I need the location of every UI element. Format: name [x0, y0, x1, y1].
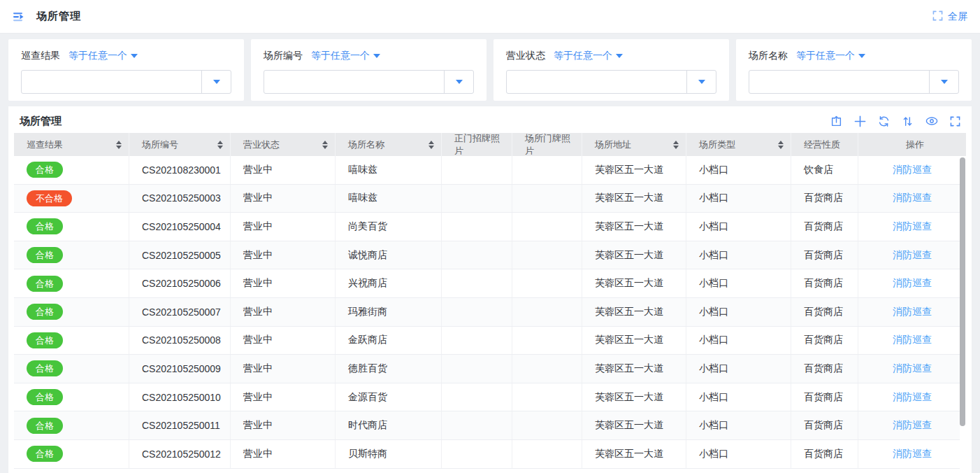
table-cell-nature: 百货商店 — [791, 241, 858, 269]
table-cell-result: 不合格 — [14, 185, 129, 213]
eye-icon[interactable] — [925, 115, 938, 127]
table-cell-result: 合格 — [14, 156, 129, 184]
table-cell-result: 合格 — [14, 440, 129, 468]
fire-inspection-link[interactable]: 消防巡查 — [893, 419, 932, 432]
menu-collapse-icon[interactable] — [13, 10, 27, 23]
table-cell-name: 诚悦商店 — [336, 241, 442, 269]
table-cell-nature: 百货商店 — [791, 298, 858, 326]
column-header-label: 营业状态 — [243, 139, 319, 151]
table-cell-result: 合格 — [14, 383, 129, 411]
page-fullscreen-button[interactable]: 全屏 — [932, 10, 967, 23]
table-cell-front_sign_photo — [442, 298, 512, 326]
filter-value-input[interactable] — [264, 71, 444, 93]
filter-condition-dropdown[interactable]: 等于任意一个 — [554, 50, 623, 62]
table-row: 合格CS202105250005营业中诚悦商店芙蓉区五一大道小档口百货商店消防巡… — [14, 241, 966, 270]
sort-caret-icon[interactable] — [428, 141, 434, 149]
filter-condition-dropdown[interactable]: 等于任意一个 — [69, 50, 138, 62]
table-cell-address: 芙蓉区五一大道 — [582, 269, 686, 297]
sort-caret-icon[interactable] — [116, 141, 122, 149]
sort-icon[interactable] — [902, 115, 914, 127]
filter-select[interactable] — [506, 70, 716, 94]
filter-select[interactable] — [21, 70, 231, 94]
filter-condition-dropdown[interactable]: 等于任意一个 — [311, 50, 380, 62]
filter-value-input[interactable] — [749, 71, 929, 93]
filter-card: 巡查结果 等于任意一个 — [8, 39, 244, 101]
fire-inspection-link[interactable]: 消防巡查 — [893, 362, 932, 375]
table-cell-type: 小档口 — [686, 298, 791, 326]
table-cell-address: 芙蓉区五一大道 — [582, 440, 686, 468]
fire-inspection-link[interactable]: 消防巡查 — [893, 391, 932, 404]
inspection-result-badge: 合格 — [27, 332, 63, 348]
column-header[interactable]: 场所编号 — [129, 133, 231, 156]
chevron-down-icon — [616, 54, 623, 58]
table-row: 合格CS202105250012营业中贝斯特商芙蓉区五一大道小档口百货商店消防巡… — [14, 440, 966, 469]
scrollbar-thumb[interactable] — [960, 157, 965, 426]
table-cell-action: 消防巡查 — [858, 298, 966, 326]
fire-inspection-link[interactable]: 消防巡查 — [893, 249, 932, 262]
inspection-result-badge: 合格 — [27, 418, 63, 434]
column-header-label: 正门招牌照片 — [454, 132, 505, 157]
table-cell-name: 尚美百货 — [336, 213, 442, 241]
table-row: 合格CS202105250010营业中金源百货芙蓉区五一大道小档口百货商店消防巡… — [14, 383, 966, 412]
table-cell-code: CS202105250003 — [129, 185, 231, 213]
table-cell-result: 合格 — [14, 269, 129, 297]
table-cell-status: 营业中 — [231, 185, 336, 213]
table-fullscreen-icon[interactable] — [950, 116, 960, 127]
table-cell-door_plate_photo — [512, 269, 582, 297]
sort-caret-icon[interactable] — [673, 141, 679, 149]
fire-inspection-link[interactable]: 消防巡查 — [893, 164, 932, 176]
column-header[interactable]: 巡查结果 — [14, 133, 129, 156]
filter-select-arrow[interactable] — [444, 71, 473, 93]
table-cell-front_sign_photo — [442, 383, 512, 411]
sort-caret-icon[interactable] — [322, 141, 328, 149]
filter-card: 场所编号 等于任意一个 — [251, 39, 487, 101]
table-cell-code: CS202108230001 — [129, 156, 231, 184]
inspection-result-badge: 合格 — [27, 276, 63, 292]
column-header[interactable]: 场所名称 — [336, 133, 442, 156]
table-cell-code: CS202105250010 — [129, 383, 231, 411]
column-header[interactable]: 场所类型 — [686, 133, 791, 156]
sort-caret-icon[interactable] — [217, 141, 223, 149]
filter-label: 场所编号 — [264, 50, 303, 62]
filter-value-input[interactable] — [22, 71, 201, 93]
table-cell-name: 嘻味兹 — [336, 156, 442, 184]
filter-select[interactable] — [749, 70, 959, 94]
filter-condition-label: 等于任意一个 — [554, 50, 612, 62]
filter-select-arrow[interactable] — [201, 71, 231, 93]
fire-inspection-link[interactable]: 消防巡查 — [893, 448, 932, 460]
table-cell-action: 消防巡查 — [858, 269, 966, 297]
sort-caret-icon[interactable] — [778, 141, 784, 149]
fire-inspection-link[interactable]: 消防巡查 — [893, 220, 932, 233]
table-cell-nature: 百货商店 — [791, 411, 858, 439]
refresh-icon[interactable] — [878, 115, 890, 127]
filter-condition-dropdown[interactable]: 等于任意一个 — [796, 50, 865, 62]
table-row: 合格CS202105250004营业中尚美百货芙蓉区五一大道小档口百货商店消防巡… — [14, 213, 966, 241]
fire-inspection-link[interactable]: 消防巡查 — [893, 334, 932, 346]
table-cell-code: CS202105250005 — [129, 241, 231, 269]
add-icon[interactable] — [854, 115, 866, 127]
filter-value-input[interactable] — [507, 71, 686, 93]
table-cell-type: 小档口 — [686, 156, 791, 184]
filter-bar: 巡查结果 等于任意一个 场所编号 等于任意一个 — [8, 39, 972, 101]
table-cell-type: 小档口 — [686, 269, 791, 297]
table-row: 不合格CS202105250003营业中嘻味兹芙蓉区五一大道小档口百货商店消防巡… — [14, 185, 966, 213]
table-header-row: 巡查结果 场所编号 营业状态 场所名称 正门招牌照片 场所门牌照片 场所地址 — [14, 133, 966, 156]
fire-inspection-link[interactable]: 消防巡查 — [893, 306, 932, 318]
table-cell-door_plate_photo — [512, 156, 582, 184]
filter-select-arrow[interactable] — [929, 71, 958, 93]
fire-inspection-link[interactable]: 消防巡查 — [893, 192, 932, 204]
table-cell-address: 芙蓉区五一大道 — [582, 156, 686, 184]
filter-select[interactable] — [264, 70, 474, 94]
table-scrollbar[interactable] — [960, 156, 966, 469]
column-header[interactable]: 场所地址 — [582, 133, 686, 156]
table-cell-status: 营业中 — [231, 298, 336, 326]
table-cell-door_plate_photo — [512, 411, 582, 439]
table-row: 合格CS202105250007营业中玛雅街商芙蓉区五一大道小档口百货商店消防巡… — [14, 298, 966, 327]
inspection-result-badge: 不合格 — [27, 190, 72, 206]
column-header[interactable]: 营业状态 — [231, 133, 336, 156]
fire-inspection-link[interactable]: 消防巡查 — [893, 277, 932, 290]
filter-select-arrow[interactable] — [686, 71, 716, 93]
table-panel: 场所管理 — [8, 106, 972, 473]
export-icon[interactable] — [830, 115, 842, 127]
chevron-down-icon — [698, 80, 705, 84]
